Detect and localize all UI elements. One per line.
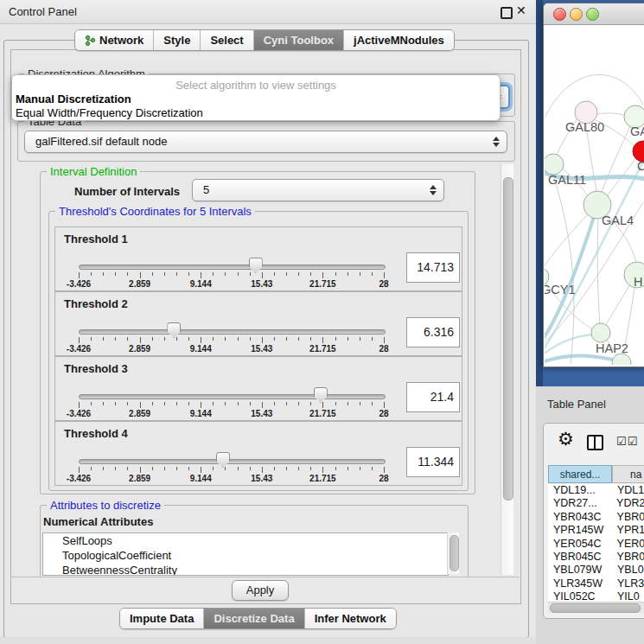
close-traffic-light-icon[interactable] bbox=[553, 8, 566, 21]
table-row[interactable]: YIL052CYIL0 bbox=[548, 590, 644, 602]
slider-tick bbox=[348, 272, 348, 276]
numerical-attributes-list[interactable]: SelfLoopsTopologicalCoefficientBetweenne… bbox=[42, 532, 449, 576]
tab-style[interactable]: Style bbox=[154, 30, 201, 50]
slider-tick bbox=[274, 467, 275, 470]
slider-tick bbox=[152, 402, 153, 405]
slider-tick bbox=[164, 402, 165, 405]
settings-scrollbar[interactable] bbox=[501, 164, 513, 575]
columns-icon[interactable] bbox=[587, 435, 603, 450]
desktop-shadow-strip bbox=[536, 0, 543, 386]
slider-track[interactable] bbox=[79, 394, 386, 399]
scrollbar-thumb[interactable] bbox=[450, 535, 459, 571]
slider-tick bbox=[250, 337, 251, 341]
threshold-4-panel: Threshold 4 11.344 -3.4262.8599.14415.43… bbox=[54, 421, 462, 486]
gear-icon[interactable]: ⚙ bbox=[558, 429, 574, 450]
tab-network[interactable]: Network bbox=[75, 30, 154, 50]
attribute-item-betweennesscentrality[interactable]: BetweennessCentrality bbox=[43, 563, 448, 576]
tab-select[interactable]: Select bbox=[201, 30, 253, 50]
slider-track[interactable] bbox=[79, 265, 386, 270]
threshold-2-value-field[interactable]: 6.316 bbox=[406, 317, 460, 348]
threshold-1-value-field[interactable]: 14.713 bbox=[406, 252, 460, 283]
slider-handle[interactable] bbox=[314, 387, 328, 403]
network-window-titlebar[interactable] bbox=[544, 3, 644, 25]
slider-tick bbox=[360, 467, 360, 470]
table-row[interactable]: YBR043CYBR0 bbox=[548, 511, 644, 524]
table-row[interactable]: YBL079WYBL0 bbox=[548, 564, 644, 577]
slider-tick bbox=[322, 467, 323, 473]
slider-handle[interactable] bbox=[216, 452, 230, 468]
slider-tick bbox=[127, 467, 128, 470]
cell-name: YDL1 bbox=[612, 484, 644, 497]
tab-impute-data[interactable]: Impute Data bbox=[120, 609, 204, 628]
slider-tick-label: 15.43 bbox=[251, 344, 272, 354]
slider-tick bbox=[238, 467, 239, 470]
column-header-shared-[interactable]: shared... bbox=[548, 465, 612, 483]
slider-track[interactable] bbox=[79, 459, 386, 464]
slider-tick bbox=[274, 272, 275, 276]
table-row[interactable]: YBR045CYBR0 bbox=[548, 551, 644, 564]
slider-tick bbox=[140, 402, 141, 408]
slider-tick-label: 9.144 bbox=[190, 279, 212, 289]
slider-tick bbox=[286, 402, 287, 405]
slider-tick bbox=[91, 272, 92, 276]
table-rows[interactable]: YDL19...YDL1YDR27...YDR2YBR043CYBR0YPR14… bbox=[548, 484, 644, 602]
table-row[interactable]: YDL19...YDL1 bbox=[548, 484, 644, 497]
slider-tick bbox=[372, 467, 373, 470]
table-data-combobox[interactable]: galFiltered.sif default node bbox=[24, 131, 507, 153]
network-canvas[interactable]: GAL80GACGAL11GAL4GCY1HHAP2 bbox=[545, 25, 644, 365]
num-intervals-combobox[interactable]: 5 bbox=[192, 179, 444, 201]
apply-button[interactable]: Apply bbox=[232, 580, 289, 601]
slider-tick bbox=[225, 337, 226, 341]
slider-track[interactable] bbox=[79, 329, 386, 335]
threshold-3-value-field[interactable]: 21.4 bbox=[406, 382, 460, 412]
threshold-4-value-field[interactable]: 11.344 bbox=[406, 447, 460, 477]
attributes-list-scrollbar[interactable] bbox=[447, 532, 459, 574]
table-row[interactable]: YER054CYER0 bbox=[548, 538, 644, 551]
slider-tick bbox=[298, 337, 299, 341]
table-row[interactable]: YLR345WYLR3 bbox=[548, 577, 644, 590]
table-panel-title: Table Panel bbox=[547, 398, 606, 411]
slider-tick bbox=[188, 337, 189, 341]
slider-tick bbox=[335, 337, 336, 341]
dropdown-item-equal-width-frequency[interactable]: Equal Width/Frequency Discretization bbox=[16, 106, 203, 119]
settings-scroll-region: Interval Definition Number of Intervals … bbox=[11, 163, 520, 577]
slider-handle[interactable] bbox=[167, 322, 181, 338]
tab-infer-network[interactable]: Infer Network bbox=[305, 609, 396, 628]
attribute-item-selfloops[interactable]: SelfLoops bbox=[43, 533, 448, 548]
threshold-3-panel: Threshold 3 21.4 -3.4262.8599.14415.4321… bbox=[54, 356, 462, 421]
scrollbar-thumb[interactable] bbox=[550, 603, 641, 613]
slider-handle[interactable] bbox=[249, 258, 263, 273]
column-header-na[interactable]: na bbox=[612, 465, 644, 483]
scrollbar-thumb[interactable] bbox=[503, 177, 513, 501]
dropdown-item-manual-discretization[interactable]: Manual Discretization bbox=[16, 92, 131, 105]
minimize-traffic-light-icon[interactable] bbox=[570, 8, 583, 21]
zoom-traffic-light-icon[interactable] bbox=[586, 8, 599, 21]
table-horizontal-scrollbar[interactable] bbox=[548, 602, 644, 613]
slider-tick bbox=[262, 272, 263, 278]
network-node-hap2[interactable] bbox=[591, 323, 610, 342]
node-label-c: C bbox=[637, 159, 644, 173]
node-label-h: H bbox=[634, 275, 642, 289]
network-view-window[interactable]: GAL80GACGAL11GAL4GCY1HHAP2 bbox=[543, 3, 644, 367]
network-node-gal11[interactable] bbox=[545, 154, 564, 175]
cell-name: YBL0 bbox=[612, 564, 644, 577]
slider-tick-label: 21.715 bbox=[309, 409, 336, 418]
slider-tick bbox=[79, 467, 80, 473]
tab-label: Cyni Toolbox bbox=[264, 30, 334, 50]
slider-tick bbox=[238, 402, 239, 405]
tab-cyni-toolbox[interactable]: Cyni Toolbox bbox=[254, 30, 344, 50]
network-icon bbox=[85, 35, 96, 46]
close-icon[interactable]: ✕ bbox=[516, 3, 526, 17]
slider-tick bbox=[152, 467, 153, 470]
tab-jactivemnodules[interactable]: jActiveMNodules bbox=[344, 30, 454, 50]
control-panel-titlebar: Control Panel ✕ bbox=[0, 0, 536, 24]
table-row[interactable]: YDR27...YDR2 bbox=[548, 497, 644, 510]
slider-tick bbox=[176, 467, 177, 470]
attributes-group-title: Attributes to discretize bbox=[47, 499, 164, 512]
slider-tick bbox=[140, 467, 141, 473]
attribute-item-topologicalcoefficient[interactable]: TopologicalCoefficient bbox=[43, 548, 448, 563]
tab-discretize-data[interactable]: Discretize Data bbox=[204, 609, 304, 628]
checkbox-icons[interactable]: ☑☑ bbox=[616, 435, 638, 448]
table-row[interactable]: YPR145WYPR1 bbox=[548, 524, 644, 537]
float-window-icon[interactable] bbox=[501, 7, 513, 19]
